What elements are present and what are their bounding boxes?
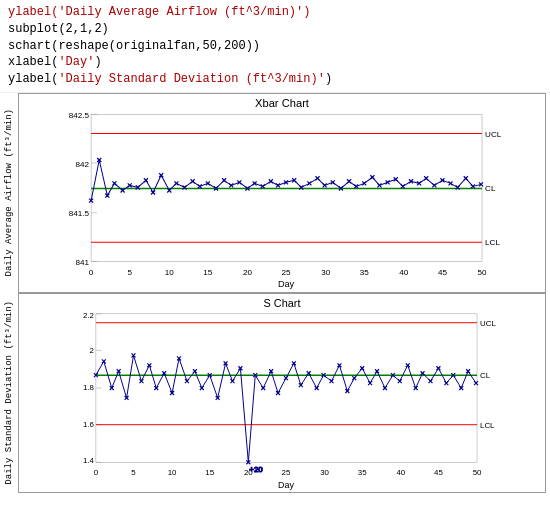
svg-text:841: 841 (76, 258, 90, 267)
svg-text:Day: Day (278, 480, 294, 490)
xbar-chart-wrapper: Daily Average Airflow (ft³/min) Xbar Cha… (4, 93, 546, 293)
svg-text:35: 35 (358, 468, 367, 477)
svg-text:25: 25 (282, 268, 292, 277)
svg-text:+20: +20 (249, 465, 263, 474)
svg-text:LCL: LCL (480, 421, 495, 430)
svg-rect-131 (96, 314, 477, 463)
svg-text:1.8: 1.8 (83, 383, 95, 392)
svg-text:5: 5 (127, 268, 132, 277)
svg-text:10: 10 (168, 468, 177, 477)
svg-text:842.5: 842.5 (69, 111, 90, 120)
xbar-chart-area: Xbar Chart 842.5 842 841.5 841 0 5 (18, 93, 546, 293)
svg-text:1.4: 1.4 (83, 456, 95, 465)
svg-text:15: 15 (205, 468, 214, 477)
svg-text:CL: CL (480, 371, 491, 380)
s-chart-wrapper: Daily Standard Deviation (ft³/min) S Cha… (4, 293, 546, 493)
svg-text:CL: CL (485, 184, 496, 193)
s-y-label: Daily Standard Deviation (ft³/min) (4, 301, 18, 485)
svg-text:40: 40 (399, 268, 409, 277)
svg-text:40: 40 (396, 468, 405, 477)
code-section: ylabel('Daily Average Airflow (ft^3/min)… (0, 0, 550, 93)
svg-text:S Chart: S Chart (264, 297, 301, 309)
svg-text:30: 30 (320, 468, 329, 477)
svg-text:0: 0 (89, 268, 94, 277)
svg-text:5: 5 (131, 468, 136, 477)
svg-text:1.6: 1.6 (83, 420, 95, 429)
svg-text:20: 20 (243, 268, 253, 277)
svg-text:45: 45 (438, 268, 448, 277)
svg-text:UCL: UCL (485, 130, 502, 139)
svg-text:30: 30 (321, 268, 331, 277)
svg-text:Day: Day (278, 279, 295, 289)
svg-text:841.5: 841.5 (69, 209, 90, 218)
xbar-y-label: Daily Average Airflow (ft³/min) (4, 109, 18, 276)
svg-text:45: 45 (434, 468, 443, 477)
svg-text:UCL: UCL (480, 319, 496, 328)
s-chart-area: S Chart 2.2 2 1.8 1.6 1.4 0 5 10 (18, 293, 546, 493)
svg-text:50: 50 (473, 468, 482, 477)
svg-text:LCL: LCL (485, 238, 500, 247)
svg-text:25: 25 (282, 468, 291, 477)
svg-text:842: 842 (76, 160, 90, 169)
svg-text:10: 10 (165, 268, 175, 277)
svg-text:15: 15 (203, 268, 213, 277)
svg-text:Xbar Chart: Xbar Chart (255, 97, 310, 109)
svg-text:2: 2 (89, 346, 93, 355)
svg-text:50: 50 (478, 268, 488, 277)
svg-text:0: 0 (94, 468, 99, 477)
svg-text:35: 35 (360, 268, 370, 277)
svg-text:2.2: 2.2 (83, 311, 94, 320)
